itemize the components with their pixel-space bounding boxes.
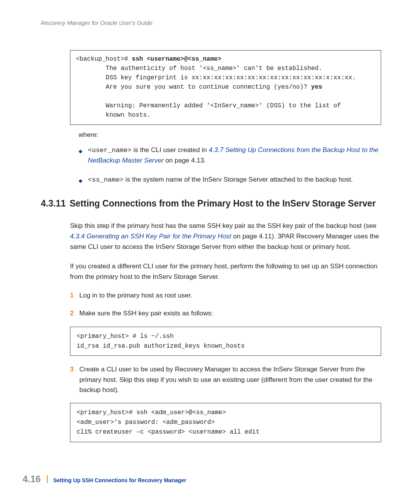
- mono-text: <ss_name>: [88, 176, 124, 184]
- bullet-item: ◆ <user_name> is the CLI user created in…: [79, 145, 381, 166]
- step-text: Log in to the primary host as root user.: [79, 290, 381, 301]
- page-footer: 4.16 Setting Up SSH Connections for Reco…: [23, 474, 186, 485]
- step-number: 3: [70, 364, 79, 374]
- step-number: 2: [70, 308, 79, 318]
- step-number: 1: [70, 290, 79, 301]
- body-paragraph: Skip this step if the primary host has t…: [70, 220, 381, 252]
- code-line: known hosts.: [76, 112, 150, 119]
- bullet-text: <user_name> is the CLI user created in 4…: [88, 145, 381, 166]
- code-answer: yes: [311, 84, 322, 91]
- step-item: 2 Make sure the SSH key pair exists as f…: [70, 308, 381, 318]
- step-item: 3 Create a CLI user to be used by Recove…: [70, 364, 381, 395]
- running-header: Recovery Manager for Oracle User's Guide: [41, 19, 381, 26]
- mono-text: <user_name>: [88, 147, 131, 154]
- code-command: ssh <username>@<ss_name>: [132, 56, 221, 63]
- code-line: Warning: Permanently added '<InServ_name…: [76, 102, 341, 109]
- where-label: where:: [79, 131, 381, 139]
- code-block-ls-ssh: <primary_host> # ls ~/.ssh id_rsa id_rsa…: [70, 327, 381, 356]
- bullet-item: ◆ <ss_name> is the system name of the In…: [79, 175, 381, 185]
- step-item: 1 Log in to the primary host as root use…: [70, 290, 381, 301]
- code-line: DSS key fingerprint is xx:xx:xx:xx:xx:xx…: [76, 74, 356, 81]
- section-heading: 4.3.11 Setting Connections from the Prim…: [41, 198, 381, 210]
- code-block-ssh-backup: <backup_host># ssh <username>@<ss_name> …: [70, 50, 381, 125]
- footer-section-title: Setting Up SSH Connections for Recovery …: [53, 477, 186, 483]
- code-prompt: <backup_host>#: [76, 56, 132, 63]
- page-number: 4.16: [23, 474, 41, 485]
- step-text: Create a CLI user to be used by Recovery…: [79, 364, 381, 395]
- section-title: Setting Connections from the Primary Hos…: [70, 198, 376, 210]
- footer-separator: [47, 475, 48, 483]
- step-text: Make sure the SSH key pair exists as fol…: [79, 308, 381, 318]
- diamond-bullet-icon: ◆: [79, 147, 82, 155]
- body-paragraph: If you created a different CLI user for …: [70, 261, 381, 282]
- code-line: The authenticity of host '<ss_name>' can…: [76, 65, 322, 72]
- code-line: Are you sure you want to continue connec…: [76, 84, 311, 91]
- cross-ref-link[interactable]: 4.3.4 Generating an SSH Key Pair for the…: [70, 233, 231, 240]
- section-number: 4.3.11: [41, 198, 66, 210]
- code-block-createuser: <primary_host># ssh <adm_user>@<ss_name>…: [70, 403, 381, 442]
- diamond-bullet-icon: ◆: [79, 177, 82, 185]
- bullet-text: <ss_name> is the system name of the InSe…: [88, 175, 353, 185]
